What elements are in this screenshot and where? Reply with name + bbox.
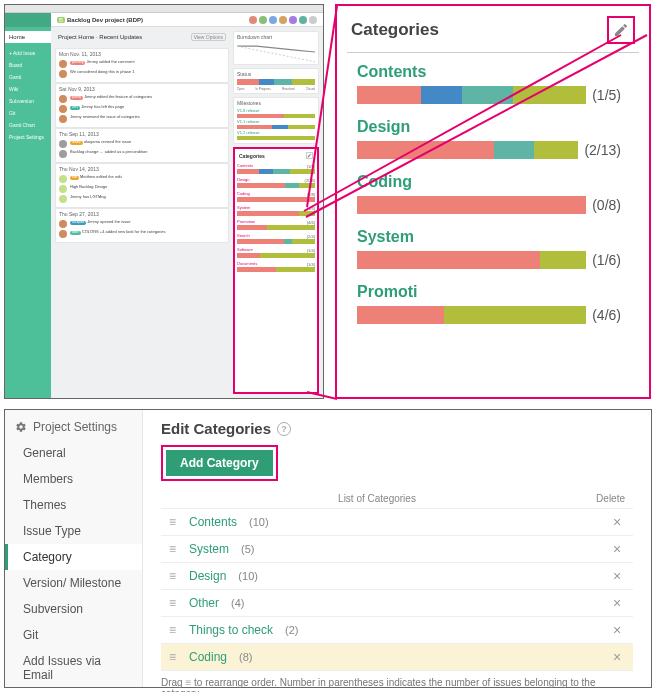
edit-categories-icon[interactable] [306,152,313,159]
update-item[interactable]: Jimmy has LGTMng [59,194,225,204]
settings-nav-item[interactable]: Category [5,544,142,570]
mini-category-row[interactable]: Contents(1/5) [237,163,315,174]
update-item[interactable]: DEV Jimmy has left this page [59,104,225,114]
settings-nav-title: Project Settings [33,420,117,434]
category-name: System [357,228,621,246]
update-item[interactable]: Backlog change … added as a precondition [59,149,225,159]
milestones-title: Milestones [237,100,315,106]
category-row[interactable]: System(1/6) [347,228,639,269]
mini-category-row[interactable]: Design(2/13) [237,177,315,188]
avatar [59,105,67,113]
update-item[interactable]: done COLORS +4 added new look for the ca… [59,229,225,239]
settings-nav-item[interactable]: Issue Type [5,518,142,544]
sidebar-nav-item[interactable]: Gantt [5,71,51,83]
settings-nav-item[interactable]: Themes [5,492,142,518]
update-item[interactable]: planning Jimmy added the comment [59,59,225,69]
avatar [59,60,67,68]
sidebar-nav-item[interactable]: Wiki [5,83,51,95]
delete-category-button[interactable]: × [609,541,625,557]
mini-category-row[interactable]: System(1/6) [237,205,315,216]
add-category-button[interactable]: Add Category [166,450,273,476]
category-list-row: ≡Things to check (2)× [161,617,633,644]
settings-nav-item[interactable]: Version/ Milestone [5,570,142,596]
avatar [59,140,67,148]
delete-category-button[interactable]: × [609,649,625,665]
update-item[interactable]: Jimmy reviewed the issue of categories [59,114,225,124]
settings-nav-item[interactable]: Add Issues via Email [5,648,142,688]
sidebar-nav-item[interactable]: Board [5,59,51,71]
settings-nav-item[interactable]: Members [5,466,142,492]
delete-category-button[interactable]: × [609,568,625,584]
category-link[interactable]: Design [189,569,226,583]
category-count: (8) [239,651,252,663]
category-link[interactable]: Things to check [189,623,273,637]
mini-category-row[interactable]: Search(2/4) [237,233,315,244]
category-row[interactable]: Promoti(4/6) [347,283,639,324]
settings-nav-item[interactable]: Subversion [5,596,142,622]
gear-icon [15,421,27,433]
update-day: Thu Nov 14, 2013edit Matthew edited the … [55,163,229,208]
category-name: Contents [357,63,621,81]
settings-nav-item[interactable]: Webhook [5,688,142,692]
sidebar-nav-item[interactable]: Gantt Chart [5,119,51,131]
mini-category-row[interactable]: Documents(1/4) [237,261,315,272]
category-count: (5) [241,543,254,555]
category-count: (4) [231,597,244,609]
help-icon[interactable]: ? [277,422,291,436]
delete-category-button[interactable]: × [609,514,625,530]
topbar: B Backlog Dev project (BDP) [51,13,323,27]
sidebar-nav-item[interactable]: Subversion [5,95,51,107]
drag-handle[interactable]: ≡ [169,623,179,637]
drag-handle[interactable]: ≡ [169,650,179,664]
category-link[interactable]: Contents [189,515,237,529]
update-day: Thu Sep 27, 2013accepted Jimmy opened th… [55,208,229,243]
category-bar [357,306,586,324]
category-row[interactable]: Design(2/13) [347,118,639,159]
view-options-button[interactable]: View Options [191,33,226,41]
avatar[interactable] [259,16,267,24]
drag-handle[interactable]: ≡ [169,596,179,610]
category-link[interactable]: Other [189,596,219,610]
avatar[interactable] [279,16,287,24]
mini-category-row[interactable]: Software(1/4) [237,247,315,258]
mini-category-row[interactable]: Promotion(4/6) [237,219,315,230]
category-list-row: ≡System (5)× [161,536,633,563]
category-count: (1/5) [592,87,621,103]
avatar[interactable] [309,16,317,24]
avatar[interactable] [269,16,277,24]
avatar [59,195,67,203]
burndown-card: Burndown chart [233,31,319,65]
update-item[interactable]: priority Jimmy edited the feature of cat… [59,94,225,104]
project-title: Backlog Dev project (BDP) [67,17,247,23]
edit-categories-button[interactable] [607,16,635,44]
settings-nav-item[interactable]: Git [5,622,142,648]
avatar[interactable] [299,16,307,24]
avatar [59,150,67,158]
category-bar [357,196,586,214]
drag-handle[interactable]: ≡ [169,569,179,583]
category-bar [357,86,586,104]
drag-handle[interactable]: ≡ [169,515,179,529]
update-item[interactable]: edit Matthew edited the wiki [59,174,225,184]
category-link[interactable]: Coding [189,650,227,664]
avatar[interactable] [289,16,297,24]
status-title: Status [237,71,315,77]
category-link[interactable]: System [189,542,229,556]
update-item[interactable]: We considered doing this in phase 1 [59,69,225,79]
delete-category-button[interactable]: × [609,595,625,611]
category-row[interactable]: Contents(1/5) [347,63,639,104]
category-row[interactable]: Coding(0/8) [347,173,639,214]
avatar[interactable] [249,16,257,24]
sidebar-logo [5,13,51,27]
delete-category-button[interactable]: × [609,622,625,638]
update-item[interactable]: accepted Jimmy opened the issue [59,219,225,229]
sidebar-home[interactable]: Home [5,31,51,43]
drag-handle[interactable]: ≡ [169,542,179,556]
update-item[interactable]: review okayama revised the issue [59,139,225,149]
mini-category-row[interactable]: Coding(0/8) [237,191,315,202]
sidebar-nav-item[interactable]: Git [5,107,51,119]
sidebar-nav-item[interactable]: Project Settings [5,131,51,143]
sidebar-nav-item[interactable]: + Add Issue [5,47,51,59]
settings-nav-item[interactable]: General [5,440,142,466]
update-item[interactable]: High Backlog Design [59,184,225,194]
